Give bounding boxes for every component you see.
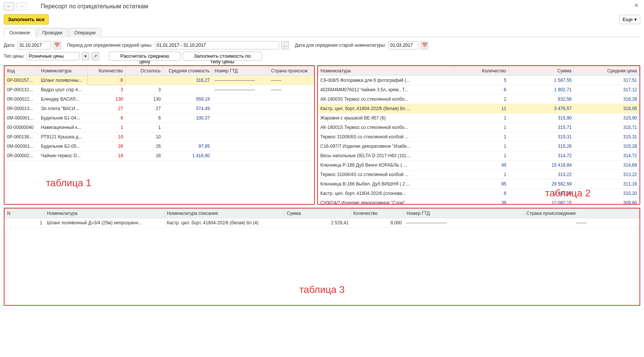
col-country[interactable]: Страна происхождения bbox=[524, 209, 639, 218]
col-qty[interactable]: Количество bbox=[351, 209, 404, 218]
col-nom[interactable]: Номенклатура bbox=[39, 66, 88, 76]
table-row[interactable]: АК-18003S Термос со стеклянной колбо...2… bbox=[318, 95, 639, 104]
forward-button[interactable]: → bbox=[17, 2, 27, 11]
calendar-icon[interactable]: 📅 bbox=[421, 41, 428, 49]
tab-operations[interactable]: Операции bbox=[69, 28, 101, 37]
open-ref-icon[interactable]: ↗ bbox=[92, 52, 99, 60]
table-row[interactable]: Термос 31008/4S со стеклянной колбой ...… bbox=[318, 170, 639, 179]
table1-panel: Код Номенклатура Количество Осталось Сре… bbox=[4, 65, 315, 205]
col-avg[interactable]: Средняя стоимость bbox=[163, 66, 212, 76]
table-row[interactable]: СУ0024/7 Изделие декоративное "Слон"3912… bbox=[318, 198, 639, 204]
table-row[interactable]: 1Шланг поливочный Д=3/4 (25м) непрозрачн… bbox=[5, 218, 639, 228]
table-row[interactable]: 0R-000002...Чайник-термос D...18181 416,… bbox=[5, 151, 314, 161]
table2[interactable]: Номенклатура Количество Сумма Средняя це… bbox=[318, 66, 639, 204]
table-row[interactable]: Кастр. цил. борт..41804-202/6 (белая) 8л… bbox=[318, 104, 639, 113]
more-label: Еще bbox=[623, 17, 633, 22]
table-row[interactable]: С16-097/7 Изделие декоративное "Изабе...… bbox=[318, 142, 639, 151]
date-label: Дата: bbox=[4, 43, 15, 48]
col-gtd[interactable]: Номер ГТД bbox=[404, 209, 524, 218]
col-nom-off[interactable]: Номенклатура списание bbox=[165, 209, 284, 218]
table-row[interactable]: 4026М4ММ076012 Чайник 3,5л, крем., Т...6… bbox=[318, 85, 639, 95]
chevron-down-icon: ▾ bbox=[634, 17, 637, 22]
tab-postings[interactable]: Проводки bbox=[37, 28, 68, 37]
table-row[interactable]: 0М-000001...Будильник Б1-04...66100,37 bbox=[5, 113, 314, 123]
fill-all-button[interactable]: Заполнить все bbox=[4, 14, 49, 25]
col-nom[interactable]: Номенклатура bbox=[318, 66, 454, 76]
tabs: Основное Проводки Операции bbox=[4, 28, 640, 37]
table-row[interactable]: 00-00000040Навигационный к...11 bbox=[5, 123, 314, 132]
period-picker-button[interactable]: … bbox=[281, 41, 289, 49]
col-left[interactable]: Осталось bbox=[125, 66, 163, 76]
table3[interactable]: N Номенклатура Номенклатура списание Сум… bbox=[5, 208, 639, 305]
col-avg[interactable]: Средняя цена bbox=[574, 66, 639, 76]
table1[interactable]: Код Номенклатура Количество Осталось Сре… bbox=[5, 66, 314, 199]
close-icon[interactable]: ✕ bbox=[634, 2, 639, 8]
table-row[interactable]: 0Р-000132...Ведро ц/шт с/кр 4...33------… bbox=[5, 85, 314, 95]
col-code[interactable]: Код bbox=[5, 66, 39, 76]
back-button[interactable]: ← bbox=[4, 2, 14, 11]
calc-avg-price-button[interactable]: Рассчитать среднюю цену bbox=[109, 52, 180, 61]
table-row[interactable]: 0Р-000157...Шланг поливочны...8316,27---… bbox=[5, 76, 314, 85]
col-qty[interactable]: Количество bbox=[88, 66, 125, 76]
table-row[interactable]: АК-18001S Термос со стеклянной колбо...1… bbox=[318, 123, 639, 132]
col-n[interactable]: N bbox=[5, 209, 45, 218]
table-row[interactable]: Жаровня с крышкой ВЕ-957 (6)1315,90315,9… bbox=[318, 113, 639, 123]
chevron-down-icon[interactable]: ▾ bbox=[82, 52, 89, 60]
price-type-label: Тип цены: bbox=[4, 54, 24, 59]
date-field[interactable] bbox=[17, 41, 51, 49]
col-country[interactable]: Страна происхож bbox=[269, 66, 314, 76]
page-title: Пересорт по отрицательным остаткам bbox=[41, 3, 148, 10]
calendar-icon[interactable]: 📅 bbox=[53, 41, 61, 49]
table-row[interactable]: 0Р-000138...РТ9121 Крышка д...1010 bbox=[5, 132, 314, 142]
hscrollbar[interactable] bbox=[5, 199, 314, 204]
period-label: Период для определения средней цены: bbox=[67, 43, 153, 48]
col-qty[interactable]: Количество bbox=[454, 66, 509, 76]
col-sum[interactable]: Сумма bbox=[509, 66, 574, 76]
table-row[interactable]: 0R-000013...Эл.плита "ВАСИ...2727574,49 bbox=[5, 104, 314, 113]
table-row[interactable]: Ключница Р-188 Дуб Венге КОРАБЛЬ ( ...49… bbox=[318, 161, 639, 170]
table-row[interactable]: Термос 31008/6S со стеклянной колбой ...… bbox=[318, 132, 639, 142]
col-nom[interactable]: Номенклатура bbox=[45, 209, 165, 218]
table-row[interactable]: 0R-000022...Блендер ВАСИЛ...130130559,19 bbox=[5, 95, 314, 104]
tab-main[interactable]: Основное bbox=[4, 28, 36, 37]
period-field[interactable] bbox=[155, 41, 279, 49]
more-button[interactable]: Еще ▾ bbox=[619, 15, 640, 24]
table-row[interactable]: Кастр. цил. борт..41804-202/6 (слонова..… bbox=[318, 189, 639, 198]
table-row[interactable]: Весы напольные DELTA D-2017-Н63 (10):...… bbox=[318, 151, 639, 161]
old-nom-date-label: Дата для опредения старой номенклатуры: bbox=[295, 43, 386, 48]
table-row[interactable]: С9-008/5 Фоторамка для 6 фотографий (...… bbox=[318, 76, 639, 85]
fill-cost-by-type-button[interactable]: Заполнить стоимость по типу цены bbox=[183, 52, 262, 61]
col-gtd[interactable]: Номер ГТД bbox=[212, 66, 269, 76]
table3-panel: N Номенклатура Номенклатура списание Сум… bbox=[4, 208, 640, 306]
col-sum[interactable]: Сумма bbox=[284, 209, 351, 218]
table-row[interactable]: Ключница В-166 Выбел. Дуб ВИШНЯ ( 2 ...9… bbox=[318, 179, 639, 189]
old-nom-date-field[interactable] bbox=[388, 41, 418, 49]
table2-panel: Номенклатура Количество Сумма Средняя це… bbox=[317, 65, 640, 205]
price-type-field[interactable] bbox=[27, 52, 79, 60]
table-row[interactable]: 0М-000001...Будильник Б2-05...262697,85 bbox=[5, 142, 314, 151]
